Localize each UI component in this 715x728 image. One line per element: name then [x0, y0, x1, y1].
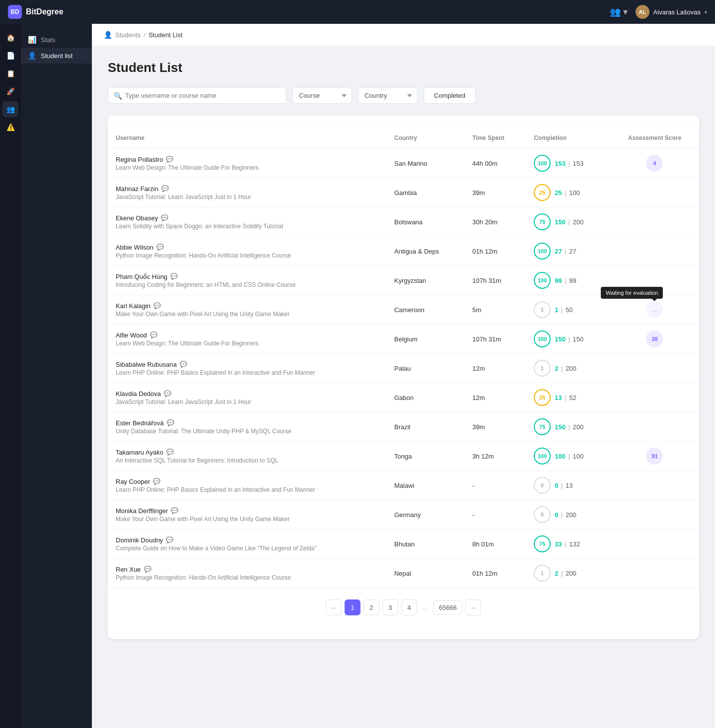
score-badge: 38 — [646, 331, 663, 347]
country-cell: Kyrgyzstan — [386, 266, 464, 295]
chat-icon[interactable]: 💬 — [153, 478, 160, 485]
assessment-score-cell — [610, 207, 699, 237]
chat-icon[interactable]: 💬 — [171, 507, 178, 514]
users-icon[interactable]: 👥 ▾ — [610, 6, 628, 17]
chat-icon[interactable]: 💬 — [180, 361, 187, 368]
chat-icon[interactable]: 💬 — [156, 244, 164, 251]
country-cell: Cameroon — [386, 295, 464, 325]
assessment-score-cell: 91 — [610, 442, 699, 471]
topnav: BD BitDegree 👥 ▾ AL Aivaras Lašovas ▾ — [0, 0, 715, 24]
chat-icon[interactable]: 💬 — [153, 302, 161, 309]
table-row: Takamaru Ayako 💬 An Interactive SQL Tuto… — [108, 442, 699, 471]
chat-icon[interactable]: 💬 — [166, 156, 173, 163]
completion-circle: 0 — [534, 506, 551, 523]
sidebar-icon-home[interactable]: 🏠 — [2, 30, 18, 46]
chat-icon[interactable]: 💬 — [164, 390, 171, 397]
time-spent-cell: 8h 01m — [464, 529, 526, 559]
assessment-score-cell — [610, 178, 699, 207]
assessment-score-cell — [610, 559, 699, 588]
chat-icon[interactable]: 💬 — [166, 536, 173, 543]
page-button-2[interactable]: 2 — [363, 599, 379, 615]
time-spent-cell: 39m — [464, 412, 526, 442]
completion-cell: 100 150 | 150 — [526, 325, 610, 354]
chat-icon[interactable]: 💬 — [167, 419, 174, 426]
breadcrumb-root[interactable]: Students — [115, 31, 141, 39]
sidebar-icon-alert[interactable]: ⚠️ — [2, 119, 18, 135]
completion-circle: 100 — [534, 155, 551, 172]
time-spent-cell: 12m — [464, 354, 526, 383]
country-cell: Belgium — [386, 325, 464, 354]
completion-cell: 100 153 | 153 — [526, 149, 610, 178]
user-menu[interactable]: AL Aivaras Lašovas ▾ — [636, 5, 707, 19]
breadcrumb: 👤 Students / Student List — [92, 24, 715, 46]
table-row: Ren Xue 💬 Python Image Recognition: Hand… — [108, 559, 699, 588]
page-button-1[interactable]: 1 — [345, 599, 360, 615]
col-time-spent: Time Spent — [464, 128, 526, 149]
last-page-button[interactable]: 65666 — [433, 600, 462, 615]
time-spent-cell: 39m — [464, 178, 526, 207]
course-name: Learn PHP Online: PHP Basics Explained i… — [116, 369, 378, 376]
sidebar-icon-list[interactable]: 📋 — [2, 66, 18, 81]
completion-circle: 1 — [534, 360, 551, 377]
completion-circle: 100 — [534, 243, 551, 260]
chat-icon[interactable]: 💬 — [166, 449, 174, 456]
breadcrumb-icon: 👤 — [104, 31, 112, 39]
username-text: Abbie Wilson 💬 — [116, 244, 378, 251]
username-text: Ray Cooper 💬 — [116, 478, 378, 485]
completion-cell: 75 150 | 200 — [526, 412, 610, 442]
completion-circle: 100 — [534, 448, 551, 464]
username-text: Monika Derfflinger 💬 — [116, 507, 378, 515]
username-cell: Karl Kalagin 💬 Make Your Own Game with P… — [108, 295, 386, 325]
col-assessment-score: Assessment Score — [610, 128, 699, 149]
table-header-row: Username Country Time Spent Completion A… — [108, 128, 699, 149]
sidebar-icon-rocket[interactable]: 🚀 — [2, 83, 18, 99]
stats-icon: 📊 — [28, 36, 36, 44]
completion-cell: 0 0 | 13 — [526, 471, 610, 500]
page-button-4[interactable]: 4 — [401, 599, 417, 615]
username-text: Mahnaz Farzin 💬 — [116, 185, 378, 193]
country-filter[interactable]: Country — [358, 87, 418, 104]
country-cell: Palau — [386, 354, 464, 383]
completion-text: 13 | 52 — [555, 394, 576, 401]
page-content: Student List 🔍 Course Country Completed … — [92, 46, 715, 653]
filter-row: 🔍 Course Country Completed — [108, 87, 699, 104]
username-text: Pham Quốc Hùng 💬 — [116, 273, 378, 280]
username-text: Dominik Doudny 💬 — [116, 536, 378, 544]
sidebar-icon-document[interactable]: 📄 — [2, 48, 18, 64]
completion-circle: 100 — [534, 272, 551, 289]
completion-text: 100 | 100 — [555, 453, 583, 460]
table-row: Regina Pollastro 💬 Learn Web Design: The… — [108, 149, 699, 178]
page-button-3[interactable]: 3 — [382, 599, 398, 615]
username-cell: Regina Pollastro 💬 Learn Web Design: The… — [108, 149, 386, 178]
sidebar-item-label-student-list: Student list — [41, 52, 72, 60]
completion-text: 33 | 132 — [555, 540, 580, 548]
username-cell: Ray Cooper 💬 Learn PHP Online: PHP Basic… — [108, 471, 386, 500]
chat-icon[interactable]: 💬 — [161, 214, 168, 221]
completion-text: 150 | 200 — [555, 423, 583, 431]
sidebar-icon-users[interactable]: 👥 — [2, 101, 18, 117]
logo-icon: BD — [8, 5, 22, 19]
col-country: Country — [386, 128, 464, 149]
user-name: Aivaras Lašovas — [653, 8, 701, 16]
prev-page-button[interactable]: ← — [326, 599, 342, 615]
completion-text: 150 | 150 — [555, 335, 583, 343]
app-logo[interactable]: BD BitDegree — [8, 5, 64, 19]
course-name: Unity Database Tutorial: The Ultimate Un… — [116, 428, 378, 435]
course-name: Complete Guide on How to Make a Video Ga… — [116, 545, 378, 552]
next-page-button[interactable]: → — [465, 599, 481, 615]
completion-text: 99 | 99 — [555, 277, 576, 284]
chat-icon[interactable]: 💬 — [144, 566, 151, 573]
assessment-score-cell: … Waiting for evaluation — [610, 295, 699, 325]
username-cell: Pham Quốc Hùng 💬 Introducing Coding for … — [108, 266, 386, 295]
col-completion: Completion — [526, 128, 610, 149]
completed-button[interactable]: Completed — [424, 87, 476, 104]
chat-icon[interactable]: 💬 — [161, 185, 169, 192]
student-table: Username Country Time Spent Completion A… — [108, 128, 699, 588]
course-filter[interactable]: Course — [292, 87, 352, 104]
search-input[interactable] — [108, 87, 286, 104]
course-name: Python Image Recognition: Hands-On Artif… — [116, 252, 378, 259]
chat-icon[interactable]: 💬 — [170, 273, 178, 280]
chat-icon[interactable]: 💬 — [150, 331, 157, 338]
time-spent-cell: 3h 12m — [464, 442, 526, 471]
time-spent-cell: 12m — [464, 383, 526, 412]
